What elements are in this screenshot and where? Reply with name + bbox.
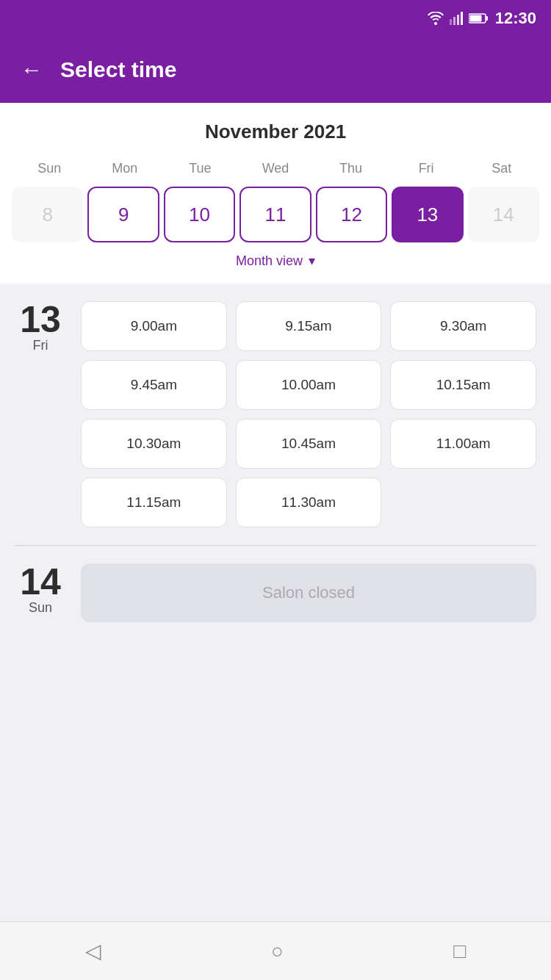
time-slot-1015[interactable]: 10.15am xyxy=(390,360,536,410)
calendar-day-14[interactable]: 14 xyxy=(468,187,539,242)
time-grid-13: 9.00am 9.15am 9.30am 9.45am 10.00am 10.1… xyxy=(81,301,536,527)
time-slot-1100[interactable]: 11.00am xyxy=(390,419,536,469)
svg-rect-3 xyxy=(461,12,463,25)
day-block-13: 13 Fri 9.00am 9.15am 9.30am 9.45am 10.00… xyxy=(15,301,536,527)
page-title: Select time xyxy=(60,57,176,82)
status-time: 12:30 xyxy=(495,9,536,28)
app-header: ← Select time xyxy=(0,37,551,103)
month-view-toggle[interactable]: Month view ▾ xyxy=(12,242,539,272)
svg-rect-6 xyxy=(486,16,488,21)
calendar-weekdays: Sun Mon Tue Wed Thu Fri Sat xyxy=(12,158,539,179)
svg-rect-1 xyxy=(453,17,455,25)
calendar-day-13[interactable]: 13 xyxy=(392,187,463,242)
svg-rect-0 xyxy=(450,19,452,25)
bottom-navigation: ◁ ○ □ xyxy=(0,921,551,980)
section-divider xyxy=(15,545,536,546)
calendar-section: November 2021 Sun Mon Tue Wed Thu Fri Sa… xyxy=(0,103,551,284)
weekday-mon: Mon xyxy=(87,158,163,179)
calendar-day-10[interactable]: 10 xyxy=(164,187,235,242)
nav-recent-button[interactable]: □ xyxy=(453,940,466,963)
day-block-14: 14 Sun Salon closed xyxy=(15,563,536,622)
calendar-day-8[interactable]: 8 xyxy=(12,187,83,242)
nav-back-button[interactable]: ◁ xyxy=(85,939,101,963)
calendar-day-12[interactable]: 12 xyxy=(316,187,387,242)
weekday-fri: Fri xyxy=(389,158,464,179)
calendar-day-11[interactable]: 11 xyxy=(240,187,311,242)
time-slot-930[interactable]: 9.30am xyxy=(390,301,536,351)
day-number-13: 13 xyxy=(15,301,66,338)
status-bar: 12:30 xyxy=(0,0,551,37)
nav-home-button[interactable]: ○ xyxy=(271,940,284,963)
time-slot-900[interactable]: 9.00am xyxy=(81,301,227,351)
time-slot-915[interactable]: 9.15am xyxy=(236,301,382,351)
day-number-14: 14 xyxy=(15,563,66,600)
weekday-tue: Tue xyxy=(162,158,238,179)
svg-rect-2 xyxy=(457,15,459,25)
calendar-month: November 2021 xyxy=(12,120,539,143)
day-name-14: Sun xyxy=(15,600,66,616)
svg-rect-5 xyxy=(469,15,481,22)
wifi-icon xyxy=(428,12,444,25)
salon-closed-label: Salon closed xyxy=(81,563,536,622)
time-section: 13 Fri 9.00am 9.15am 9.30am 9.45am 10.00… xyxy=(0,284,551,921)
month-view-label: Month view xyxy=(236,253,303,269)
time-slot-1030[interactable]: 10.30am xyxy=(81,419,227,469)
chevron-down-icon: ▾ xyxy=(309,253,315,269)
weekday-sat: Sat xyxy=(464,158,539,179)
time-slot-1000[interactable]: 10.00am xyxy=(236,360,382,410)
back-button[interactable]: ← xyxy=(21,59,43,81)
day-label-14: 14 Sun xyxy=(15,563,66,616)
weekday-sun: Sun xyxy=(12,158,87,179)
status-icons xyxy=(428,12,488,25)
day-name-13: Fri xyxy=(15,338,66,353)
weekday-thu: Thu xyxy=(313,158,389,179)
calendar-days: 8 9 10 11 12 13 14 xyxy=(12,187,539,242)
battery-icon xyxy=(469,13,488,24)
time-slot-945[interactable]: 9.45am xyxy=(81,360,227,410)
time-slot-1115[interactable]: 11.15am xyxy=(81,478,227,527)
day-label-13: 13 Fri xyxy=(15,301,66,353)
time-slot-1130[interactable]: 11.30am xyxy=(236,478,382,527)
time-slot-1045[interactable]: 10.45am xyxy=(236,419,382,469)
calendar-day-9[interactable]: 9 xyxy=(87,187,159,242)
signal-icon xyxy=(450,12,463,25)
weekday-wed: Wed xyxy=(238,158,314,179)
